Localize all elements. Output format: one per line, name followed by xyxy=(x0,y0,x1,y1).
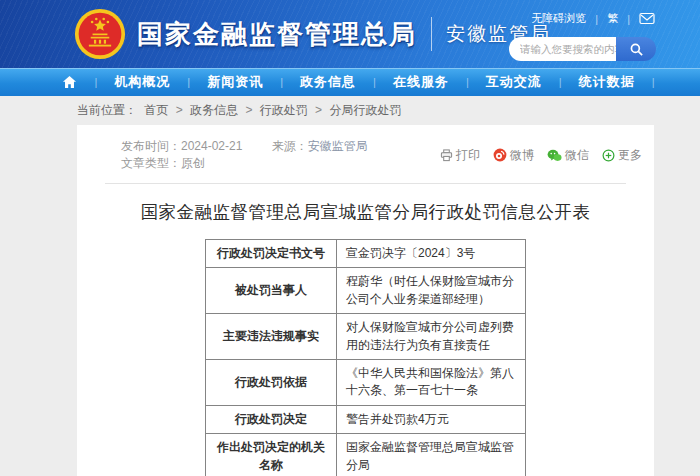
article-meta: 发布时间：2024-02-21 来源：安徽监管局 文章类型：原创 xyxy=(121,138,440,172)
table-row: 被处罚当事人 程蔚华（时任人保财险宣城市分公司个人业务渠道部经理） xyxy=(206,268,526,314)
nav-item-interaction[interactable]: 互动交流 xyxy=(469,73,559,91)
row-value: 国家金融监督管理总局宣城监管分局 xyxy=(337,434,526,476)
row-value: 宣金罚决字〔2024〕3号 xyxy=(337,240,526,268)
publish-time: 发布时间：2024-02-21 xyxy=(121,139,242,153)
breadcrumb-separator: > xyxy=(176,103,183,117)
site-title: 国家金融监督管理总局 xyxy=(137,17,417,52)
more-share-button[interactable]: 更多 xyxy=(602,147,642,164)
site-header: 国家金融监督管理总局 安徽监管局 无障碍浏览 | 繁 | xyxy=(0,0,700,68)
row-value: 《中华人民共和国保险法》第八十六条、第一百七十一条 xyxy=(337,359,526,405)
article-type: 文章类型：原创 xyxy=(121,156,205,170)
utility-bar: 无障碍浏览 | 繁 | xyxy=(531,11,655,26)
nav-item-news[interactable]: 新闻资讯 xyxy=(190,73,280,91)
utility-separator: | xyxy=(595,13,598,25)
breadcrumb: 当前位置： 首页 > 政务信息 > 行政处罚 > 分局行政处罚 xyxy=(0,96,700,125)
search-input[interactable] xyxy=(509,37,616,61)
table-row: 主要违法违规事实 对人保财险宣城市分公司虚列费用的违法行为负有直接责任 xyxy=(206,314,526,360)
weibo-share-button[interactable]: 微博 xyxy=(493,147,534,164)
row-label: 主要违法违规事实 xyxy=(206,314,337,360)
nav-item-statistics[interactable]: 统计数据 xyxy=(562,73,652,91)
row-value: 程蔚华（时任人保财险宣城市分公司个人业务渠道部经理） xyxy=(337,268,526,314)
source-label: 来源： xyxy=(272,139,308,153)
national-emblem-logo xyxy=(74,8,126,60)
weibo-icon xyxy=(493,148,507,162)
row-label: 行政处罚决定书文号 xyxy=(206,240,337,268)
accessibility-link[interactable]: 无障碍浏览 xyxy=(531,11,586,26)
printer-icon xyxy=(440,149,453,162)
table-row: 行政处罚依据 《中华人民共和国保险法》第八十六条、第一百七十一条 xyxy=(206,359,526,405)
type-value: 原创 xyxy=(181,156,205,170)
article-source: 来源：安徽监管局 xyxy=(272,139,368,153)
article-meta-row: 发布时间：2024-02-21 来源：安徽监管局 文章类型：原创 打印 xyxy=(77,125,654,172)
breadcrumb-prefix: 当前位置： xyxy=(77,103,137,117)
source-value: 安徽监管局 xyxy=(308,139,368,153)
row-value: 对人保财险宣城市分公司虚列费用的违法行为负有直接责任 xyxy=(337,314,526,360)
wechat-share-button[interactable]: 微信 xyxy=(547,147,589,164)
more-label: 更多 xyxy=(618,147,642,164)
article-card: 发布时间：2024-02-21 来源：安徽监管局 文章类型：原创 打印 xyxy=(77,125,654,476)
weibo-label: 微博 xyxy=(510,147,534,164)
nav-item-gov-info[interactable]: 政务信息 xyxy=(283,73,373,91)
breadcrumb-branch-penalty[interactable]: 分局行政处罚 xyxy=(329,103,401,117)
type-label: 文章类型： xyxy=(121,156,181,170)
utility-separator: | xyxy=(627,13,630,25)
brand: 国家金融监督管理总局 安徽监管局 xyxy=(74,8,551,60)
wechat-label: 微信 xyxy=(565,147,589,164)
penalty-table: 行政处罚决定书文号 宣金罚决字〔2024〕3号 被处罚当事人 程蔚华（时任人保财… xyxy=(205,239,526,476)
breadcrumb-gov-info[interactable]: 政务信息 xyxy=(190,103,238,117)
search-icon xyxy=(629,42,644,57)
nav-home-button[interactable] xyxy=(45,75,94,89)
breadcrumb-separator: > xyxy=(315,103,322,117)
table-row: 作出处罚决定的机关名称 国家金融监督管理总局宣城监管分局 xyxy=(206,434,526,476)
search-button[interactable] xyxy=(616,37,656,61)
share-actions: 打印 微博 xyxy=(440,147,642,164)
breadcrumb-penalty[interactable]: 行政处罚 xyxy=(260,103,308,117)
traditional-chinese-link[interactable]: 繁 xyxy=(607,11,618,26)
nav-item-online-service[interactable]: 在线服务 xyxy=(376,73,466,91)
brand-divider xyxy=(431,17,432,51)
row-label: 行政处罚依据 xyxy=(206,359,337,405)
breadcrumb-home[interactable]: 首页 xyxy=(144,103,168,117)
row-value: 警告并处罚款4万元 xyxy=(337,405,526,433)
row-label: 行政处罚决定 xyxy=(206,405,337,433)
home-icon xyxy=(62,75,77,89)
table-row: 行政处罚决定 警告并处罚款4万元 xyxy=(206,405,526,433)
publish-time-label: 发布时间： xyxy=(121,139,181,153)
nav-item-institution[interactable]: 机构概况 xyxy=(97,73,187,91)
breadcrumb-separator: > xyxy=(245,103,252,117)
nav-separator: | xyxy=(652,76,655,88)
table-row: 行政处罚决定书文号 宣金罚决字〔2024〕3号 xyxy=(206,240,526,268)
publish-time-value: 2024-02-21 xyxy=(181,139,242,153)
row-label: 作出处罚决定的机关名称 xyxy=(206,434,337,476)
print-label: 打印 xyxy=(456,147,480,164)
main-nav: | 机构概况 | 新闻资讯 | 政务信息 | 在线服务 | 互动交流 | 统计数… xyxy=(0,68,700,96)
article-title: 国家金融监督管理总局宣城监管分局行政处罚信息公开表 xyxy=(97,200,634,224)
page: 国家金融监督管理总局 安徽监管局 无障碍浏览 | 繁 | xyxy=(0,0,700,476)
row-label: 被处罚当事人 xyxy=(206,268,337,314)
more-plus-icon xyxy=(602,149,615,162)
search-box xyxy=(509,37,656,61)
meta-divider xyxy=(105,183,626,184)
print-button[interactable]: 打印 xyxy=(440,147,480,164)
mail-icon[interactable] xyxy=(639,12,655,25)
wechat-icon xyxy=(547,149,562,162)
